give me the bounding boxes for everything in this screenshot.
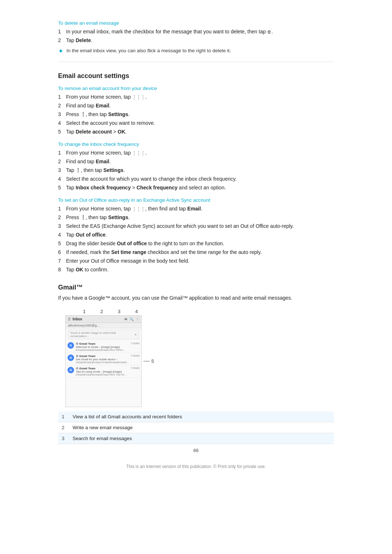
list-item: 3 Press ⋮, then tap Settings. bbox=[58, 111, 334, 118]
legend-table: 1 View a list of all Gmail accounts and … bbox=[58, 411, 334, 444]
list-item: 4 Tap Out of office. bbox=[58, 231, 334, 239]
remove-account-steps: 1 From your Home screen, tap ⋮⋮⋮. 2 Find… bbox=[58, 93, 334, 136]
legend-row-3: 3 Search for email messages bbox=[58, 433, 334, 444]
mock-subject-3: Tips for using Gmail – [image] [image] bbox=[76, 370, 131, 373]
mock-time-3: 7:45AM bbox=[131, 367, 139, 369]
gmail-screenshot-mock: ☰ Inbox ✉ 🔍 ⋮ allicehoney1990@g... Touch… bbox=[65, 315, 142, 407]
step-text: Tap ⋮, then tap Settings. bbox=[66, 167, 334, 174]
step-number: 4 bbox=[58, 175, 66, 183]
step-text: Select the account you want to remove. bbox=[66, 119, 334, 127]
step-text: Tap Out of office. bbox=[66, 231, 334, 239]
step-number: 1 bbox=[58, 93, 66, 101]
delete-email-section: To delete an email message 1 In your ema… bbox=[58, 20, 334, 55]
step-text: Press ⋮, then tap Settings. bbox=[66, 214, 334, 221]
list-item: 2 Find and tap Email. bbox=[58, 102, 334, 110]
step-text: Enter your Out of Office message in the … bbox=[66, 257, 334, 265]
apps-icon: ⋮⋮⋮ bbox=[132, 95, 145, 100]
step-text: Tap Delete account > OK. bbox=[66, 128, 334, 136]
list-item: 2 Tap Delete. bbox=[58, 37, 334, 44]
legend-text-1: View a list of all Gmail accounts and re… bbox=[69, 411, 334, 422]
legend-row-2: 2 Write a new email message bbox=[58, 422, 334, 433]
mock-sender-3: ✩ Gmail Team bbox=[76, 367, 131, 370]
callout-5-label: 5 bbox=[143, 358, 154, 364]
inbox-frequency-subsection: To change the inbox check frequency 1 Fr… bbox=[58, 141, 334, 192]
legend-text-3: Search for email messages bbox=[69, 433, 334, 444]
step-number: 3 bbox=[58, 222, 66, 230]
list-item: 5 Drag the slider beside Out of office t… bbox=[58, 240, 334, 247]
mock-touch-bar: Touch a sender image to select that conv… bbox=[68, 330, 139, 339]
list-item: 8 Tap OK to confirm. bbox=[58, 266, 334, 274]
list-item: 7 Enter your Out of Office message in th… bbox=[58, 257, 334, 265]
mock-email-content-1: ✩ Gmail Team Welcome to Gmail – [image] … bbox=[76, 342, 131, 351]
callout-5-number: 5 bbox=[151, 358, 154, 364]
tip-icon: ✦ bbox=[58, 47, 64, 55]
callout-numbers-row: 1 2 3 4 bbox=[75, 309, 334, 314]
step-number: 5 bbox=[58, 128, 66, 136]
remove-account-subsection: To remove an email account from your dev… bbox=[58, 86, 334, 136]
step-number: 3 bbox=[58, 111, 66, 118]
list-item: 1 From your Home screen, tap ⋮⋮⋮. bbox=[58, 149, 334, 157]
step-text: In your email inbox, mark the checkbox f… bbox=[66, 28, 334, 36]
list-item: 2 Find and tap Email. bbox=[58, 158, 334, 165]
legend-num-3: 3 bbox=[58, 433, 69, 444]
page-footer: This is an Internet version of this publ… bbox=[58, 464, 334, 469]
mock-time-2: 7:45AM bbox=[131, 354, 139, 357]
delete-email-steps: 1 In your email inbox, mark the checkbox… bbox=[58, 28, 334, 44]
callout-line bbox=[143, 361, 150, 361]
gmail-description: If you have a Google™ account, you can u… bbox=[58, 295, 334, 301]
step-number: 2 bbox=[58, 214, 66, 221]
tip-box: ✦ In the email inbox view, you can also … bbox=[58, 48, 334, 55]
step-text: From your Home screen, tap ⋮⋮⋮. bbox=[66, 149, 334, 157]
callout-4: 4 bbox=[128, 309, 145, 314]
mock-time-1: 7:45AM bbox=[131, 342, 139, 345]
step-text: Select the EAS (Exchange Active Sync) ac… bbox=[66, 222, 334, 230]
delete-email-heading: To delete an email message bbox=[58, 20, 334, 26]
mock-email-row: G ✩ Gmail Team Get Gmail for your mobile… bbox=[66, 353, 141, 365]
step-number: 5 bbox=[58, 184, 66, 192]
step-text: Press ⋮, then tap Settings. bbox=[66, 111, 334, 118]
gmail-heading: Gmail™ bbox=[58, 284, 334, 291]
delete-icon: 🗑 bbox=[267, 29, 271, 34]
mock-sender-1: ✩ Gmail Team bbox=[76, 342, 131, 345]
list-item: 4 Select the account you want to remove. bbox=[58, 119, 334, 127]
out-of-office-steps: 1 From your Home screen, tap ⋮⋮⋮, then f… bbox=[58, 205, 334, 274]
step-number: 4 bbox=[58, 119, 66, 127]
mock-inbox-header: ☰ Inbox ✉ 🔍 ⋮ bbox=[66, 316, 141, 323]
mock-avatar-1: G bbox=[68, 342, 74, 349]
step-text: If needed, mark the Set time range check… bbox=[66, 249, 334, 256]
list-item: 3 Select the EAS (Exchange Active Sync) … bbox=[58, 222, 334, 230]
legend-num-2: 2 bbox=[58, 422, 69, 433]
mock-more-icon: ⋮ bbox=[136, 317, 139, 321]
legend-num-1: 1 bbox=[58, 411, 69, 422]
step-text: Tap Inbox check frequency > Check freque… bbox=[66, 184, 334, 192]
out-of-office-heading: To set an Out of Office auto-reply in an… bbox=[58, 197, 334, 203]
list-item: 5 Tap Inbox check frequency > Check freq… bbox=[58, 184, 334, 192]
step-text: From your Home screen, tap ⋮⋮⋮, then fin… bbox=[66, 205, 334, 213]
step-text: Find and tap Email. bbox=[66, 102, 334, 110]
step-number: 3 bbox=[58, 167, 66, 174]
mock-email-row: G ✩ Gmail Team Tips for using Gmail – [i… bbox=[66, 365, 141, 378]
list-item: 1 From your Home screen, tap ⋮⋮⋮, then f… bbox=[58, 205, 334, 213]
step-text: Select the account for which you want to… bbox=[66, 175, 334, 183]
step-number: 1 bbox=[58, 205, 66, 213]
mock-avatar-2: G bbox=[68, 354, 74, 361]
gmail-screenshot-wrapper: 1 2 3 4 ☰ Inbox ✉ 🔍 ⋮ al bbox=[65, 309, 334, 407]
mock-compose-icon: ✉ bbox=[124, 317, 127, 321]
remove-account-heading: To remove an email account from your dev… bbox=[58, 86, 334, 91]
step-text: From your Home screen, tap ⋮⋮⋮. bbox=[66, 93, 334, 101]
email-account-settings-section: Email account settings To remove an emai… bbox=[58, 72, 334, 274]
list-item: 4 Select the account for which you want … bbox=[58, 175, 334, 183]
mock-preview-2: [image][image][image] [image][image][ima… bbox=[76, 361, 131, 364]
mock-touch-text: Touch a sender image to select that conv… bbox=[70, 331, 134, 338]
email-account-settings-heading: Email account settings bbox=[58, 72, 334, 80]
list-item: 6 If needed, mark the Set time range che… bbox=[58, 249, 334, 256]
step-number: 1 bbox=[58, 28, 66, 36]
callout-2: 2 bbox=[93, 309, 110, 314]
step-number: 2 bbox=[58, 37, 66, 44]
mock-search-icon: 🔍 bbox=[130, 317, 134, 321]
list-item: 1 From your Home screen, tap ⋮⋮⋮. bbox=[58, 93, 334, 101]
mock-account-subtitle: allicehoney1990@g... bbox=[66, 323, 141, 328]
legend-row-1: 1 View a list of all Gmail accounts and … bbox=[58, 411, 334, 422]
legend-text-2: Write a new email message bbox=[69, 422, 334, 433]
step-number: 7 bbox=[58, 257, 66, 265]
